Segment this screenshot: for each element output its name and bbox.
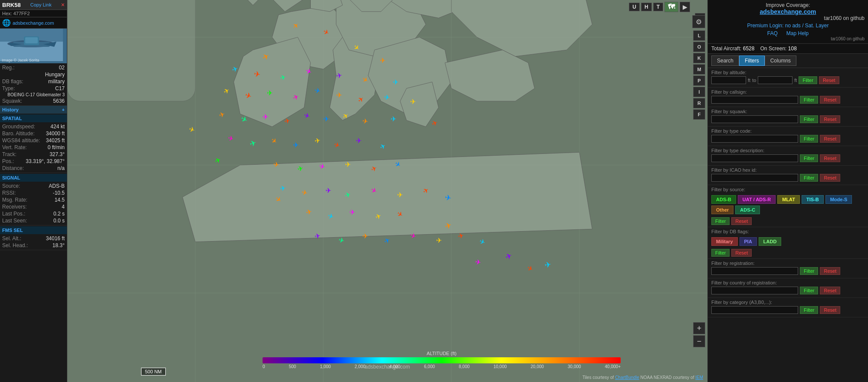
source-filter-label: Filter by source: <box>711 187 865 192</box>
search-tab[interactable]: Search <box>711 56 739 66</box>
registration-filter-label: Filter by registration: <box>711 261 865 266</box>
reg-label: Reg.: <box>2 65 15 71</box>
icao-input[interactable] <box>711 174 798 182</box>
pos-label: Pos.: <box>2 158 14 164</box>
registration-input[interactable] <box>711 267 798 275</box>
type-desc-reset-button[interactable]: Reset <box>820 154 840 162</box>
icao-filter-button[interactable]: Filter <box>800 174 818 182</box>
type-code-input[interactable] <box>711 135 798 143</box>
source-other-button[interactable]: Other <box>711 206 733 214</box>
map-container[interactable]: ✈ ✈ ✈ ✈ ✈ ✈ ✈ ✈ ✈ ✈ ✈ ✈ ✈ ✈ ✈ ✈ ✈ ✈ ✈ ✈ … <box>67 0 707 382</box>
distance-value: n/a <box>57 165 65 171</box>
altitude-to-input[interactable] <box>758 76 792 84</box>
filters-tab[interactable]: Filters <box>739 56 765 66</box>
chartbundle-link[interactable]: ChartBundle <box>615 375 639 380</box>
gear-button[interactable]: ⚙ <box>692 15 705 28</box>
source-uat-button[interactable]: UAT / ADS-R <box>738 195 776 204</box>
nav-m-button[interactable]: M <box>693 64 705 75</box>
reg-reset-button[interactable]: Reset <box>820 267 840 275</box>
source-mlat-button[interactable]: MLAT <box>777 195 800 204</box>
t-button[interactable]: T <box>653 3 663 11</box>
faq-link[interactable]: FAQ <box>767 30 778 36</box>
source-mode-s-button[interactable]: Mode-S <box>825 195 852 204</box>
icao-reset-button[interactable]: Reset <box>820 174 840 182</box>
type-code-filter-label: Filter by type code: <box>711 128 865 134</box>
columns-tab[interactable]: Columns <box>765 56 796 66</box>
fms-header: FMS SEL <box>0 226 67 234</box>
callsign-reset-button[interactable]: Reset <box>820 96 840 104</box>
altitude-legend: ALTITUDE (ft) 0 500 1,000 2,000 4,000 6,… <box>263 351 621 369</box>
close-button[interactable]: × <box>61 1 65 8</box>
squawk-filter-button[interactable]: Filter <box>800 115 818 123</box>
type-desc-input[interactable] <box>711 154 798 162</box>
u-button[interactable]: U <box>629 3 640 11</box>
pos-value: 33.319°, 32.987° <box>26 158 65 164</box>
source-ads-b-button[interactable]: ADS-B <box>711 195 736 204</box>
category-reset-button[interactable]: Reset <box>820 306 840 314</box>
altitude-filter-button[interactable]: Filter <box>799 76 817 84</box>
source-tis-b-button[interactable]: TIS-B <box>802 195 824 204</box>
nav-r-button[interactable]: R <box>693 98 705 108</box>
receivers-label: Receivers: <box>2 204 27 210</box>
sel-alt-label: Sel. Alt.: <box>2 235 21 242</box>
tiles-credit: Tiles courtesy of ChartBundle NOAA NEXRA… <box>582 375 703 380</box>
right-header: Improve Coverage: adsbexchange.com tar10… <box>708 0 868 44</box>
groundspeed-label: Groundspeed: <box>2 124 35 130</box>
callsign-filter-button[interactable]: Filter <box>800 96 818 104</box>
zoom-out-button[interactable]: − <box>693 335 705 347</box>
flag-military-button[interactable]: Military <box>711 237 738 246</box>
category-filter-button[interactable]: Filter <box>800 306 818 314</box>
nav-k-button[interactable]: K <box>693 53 705 63</box>
iem-link[interactable]: IEM <box>695 375 703 380</box>
altitude-from-input[interactable] <box>711 76 746 84</box>
reg-filter-button[interactable]: Filter <box>800 267 818 275</box>
country-input[interactable] <box>711 287 798 294</box>
header-nav-links: FAQ Map Help <box>711 30 865 36</box>
sat-layer-button[interactable]: 🗺 <box>664 2 678 12</box>
nav-l-button[interactable]: L <box>693 30 705 41</box>
squawk-input[interactable] <box>711 115 798 123</box>
site-url-link[interactable]: adsbexchange.com <box>13 20 54 26</box>
category-input[interactable] <box>711 306 798 314</box>
country-filter-button[interactable]: Filter <box>800 287 818 294</box>
country-filter: Filter by country of registration: Filte… <box>708 278 868 298</box>
h-button[interactable]: H <box>641 3 652 11</box>
altitude-label-row: 0 500 1,000 2,000 4,000 6,000 8,000 10,0… <box>263 364 621 369</box>
source-ads-c-button[interactable]: ADS-C <box>735 206 760 214</box>
copy-link-button[interactable]: Copy Link <box>30 2 52 7</box>
category-filter-row: Filter Reset <box>711 306 865 314</box>
nav-p-button[interactable]: P <box>693 75 705 86</box>
icao-filter: Filter by ICAO hex id: Filter Reset <box>708 166 868 185</box>
adsb-link[interactable]: adsbexchange.com <box>711 8 865 15</box>
squawk-filter-label: Filter by squawk: <box>711 109 865 114</box>
history-add-button[interactable]: + <box>62 107 65 112</box>
vert-value: 0 ft/min <box>48 144 65 150</box>
total-aircraft-stat: Total Aircraft: 6528 <box>711 46 756 52</box>
source-filter-button[interactable]: Filter <box>711 217 730 225</box>
country-reset-button[interactable]: Reset <box>820 287 840 294</box>
map-help-link[interactable]: Map Help <box>786 30 809 36</box>
callsign-input[interactable] <box>711 96 798 104</box>
type-code-reset-button[interactable]: Reset <box>820 135 840 143</box>
altitude-reset-button[interactable]: Reset <box>819 76 839 84</box>
squawk-reset-button[interactable]: Reset <box>820 115 840 123</box>
source-value: ADS-B <box>49 183 65 189</box>
svg-rect-25 <box>67 0 195 101</box>
arrow-right-button[interactable]: ▶ <box>680 2 690 12</box>
source-filter: Filter by source: ADS-B UAT / ADS-R MLAT… <box>708 185 868 227</box>
nav-i-button[interactable]: I <box>693 87 705 97</box>
type-code-filter-button[interactable]: Filter <box>800 135 818 143</box>
zoom-in-button[interactable]: + <box>693 322 705 334</box>
flag-pia-button[interactable]: PIA <box>740 237 757 246</box>
source-reset-button[interactable]: Reset <box>731 217 752 225</box>
premium-link[interactable]: Premium Login: no ads / Sat. Layer <box>747 23 829 29</box>
flag-ladd-button[interactable]: LADD <box>759 237 782 246</box>
globe-icon: 🌐 <box>2 19 11 27</box>
baro-value: 34000 ft <box>46 131 65 137</box>
nav-o-button[interactable]: O <box>693 42 705 52</box>
db-filter-button[interactable]: Filter <box>711 249 730 257</box>
type-desc-filter-button[interactable]: Filter <box>800 154 818 162</box>
nav-f-button[interactable]: F <box>693 109 705 120</box>
db-reset-button[interactable]: Reset <box>731 249 752 257</box>
type-value: C17 <box>55 85 65 91</box>
